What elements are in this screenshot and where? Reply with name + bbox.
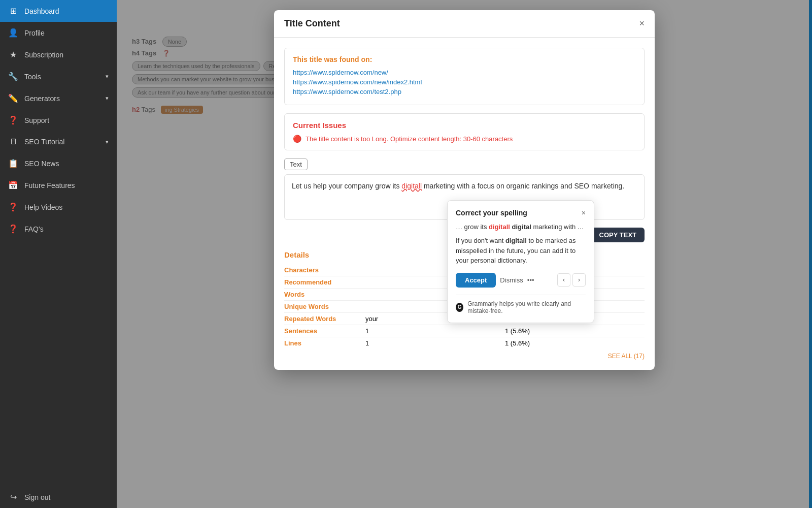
sidebar-item-label: FAQ's (24, 225, 44, 233)
chevron-down-icon: ▾ (106, 95, 109, 102)
sidebar-item-future-features[interactable]: 📅 Future Features (0, 174, 117, 196)
chevron-down-icon: ▾ (106, 73, 109, 80)
main-content: Diagnosing performance issues h3 Tags No… (117, 0, 812, 508)
prev-button[interactable]: ‹ (557, 273, 570, 287)
sidebar-item-profile[interactable]: 👤 Profile (0, 22, 117, 44)
sidebar-item-generators[interactable]: ✏️ Generators ▾ (0, 87, 117, 109)
editor-text-after: marketing with a focus on organic rankin… (422, 182, 624, 190)
issues-title: Current Issues (293, 121, 636, 130)
sidebar-item-tools[interactable]: 🔧 Tools ▾ (0, 66, 117, 87)
seo-news-icon: 📋 (8, 158, 18, 168)
spelling-close-button[interactable]: × (582, 209, 586, 217)
sign-out-button[interactable]: ↪ Sign out (0, 486, 117, 508)
star-icon: ★ (8, 50, 18, 59)
future-icon: 📅 (8, 180, 18, 190)
grammarly-logo: G (456, 303, 463, 312)
sidebar-item-subscription[interactable]: ★ Subscription (0, 44, 117, 66)
editor-text-before: Let us help your company grow its (292, 182, 401, 190)
found-link-1[interactable]: https://www.spidernow.com/new/ (293, 69, 636, 76)
modal-close-button[interactable]: × (639, 18, 645, 29)
found-on-title: This title was found on: (293, 55, 636, 64)
see-all-button[interactable]: SEE ALL (17) (608, 353, 645, 360)
spelling-popup: Correct your spelling × … grow its digit… (447, 200, 594, 323)
dashboard-icon: ⊞ (8, 6, 18, 16)
sign-out-label: Sign out (24, 493, 50, 501)
spelling-note: If you don't want digitall to be marked … (456, 236, 586, 266)
modal-title: Title Content (284, 18, 340, 29)
next-button[interactable]: › (572, 273, 586, 287)
sidebar-item-label: Generators (24, 94, 60, 103)
help-icon: ❓ (8, 202, 18, 212)
seo-tutorial-icon: 🖥 (8, 137, 18, 146)
error-icon: 🔴 (293, 135, 301, 143)
modal-header: Title Content × (274, 10, 655, 38)
tools-icon: 🔧 (8, 72, 18, 81)
dismiss-button[interactable]: Dismiss (500, 276, 523, 284)
col-pct: 1 (5.6%) (505, 327, 645, 335)
sidebar-item-label: Future Features (24, 181, 75, 189)
sidebar-item-support[interactable]: ❓ Support (0, 109, 117, 131)
generators-icon: ✏️ (8, 93, 18, 103)
spelling-header: Correct your spelling × (456, 209, 586, 217)
modal-overlay: Title Content × This title was found on:… (117, 0, 812, 508)
sidebar-item-faqs[interactable]: ❓ FAQ's (0, 218, 117, 240)
col-label: Words (284, 291, 365, 298)
sidebar-item-label: SEO News (24, 160, 59, 168)
col-label: Repeated Words (284, 315, 365, 323)
sidebar-item-label: Dashboard (24, 7, 59, 15)
text-label-button[interactable]: Text (284, 158, 308, 170)
sidebar-item-dashboard[interactable]: ⊞ Dashboard (0, 0, 117, 22)
col-label: Lines (284, 339, 365, 347)
sidebar-item-label: Subscription (24, 51, 63, 59)
spelling-title: Correct your spelling (456, 209, 527, 217)
accept-button[interactable]: Accept (456, 273, 496, 288)
spelling-footer: G Grammarly helps you write clearly and … (456, 295, 586, 314)
sidebar-item-label: Profile (24, 29, 45, 37)
sidebar-item-seo-tutorial[interactable]: 🖥 SEO Tutorial ▾ (0, 131, 117, 152)
spelling-nav: ‹ › (557, 273, 586, 287)
sidebar-item-help-videos[interactable]: ❓ Help Videos (0, 196, 117, 218)
wrong-word: digitall (489, 223, 510, 231)
more-button[interactable]: ••• (527, 276, 534, 284)
profile-icon: 👤 (8, 28, 18, 38)
col-label: Characters (284, 266, 365, 274)
sidebar-item-label: Help Videos (24, 203, 62, 211)
misspelled-word: digitall (401, 182, 422, 190)
support-icon: ❓ (8, 115, 18, 125)
found-link-3[interactable]: https://www.spidernow.com/test2.php (293, 88, 636, 96)
correct-word: digital (512, 223, 531, 231)
sidebar-item-label: Support (24, 116, 49, 124)
spelling-actions: Accept Dismiss ••• ‹ › (456, 273, 586, 288)
sidebar: ⊞ Dashboard 👤 Profile ★ Subscription 🔧 T… (0, 0, 117, 508)
col-pct: 1 (5.6%) (505, 339, 645, 347)
col-label: Sentences (284, 327, 365, 335)
spelling-footer-text: Grammarly helps you write clearly and mi… (467, 300, 586, 314)
current-issues-section: Current Issues 🔴 The title content is to… (284, 113, 645, 150)
found-on-section: This title was found on: https://www.spi… (284, 48, 645, 105)
faq-icon: ❓ (8, 224, 18, 234)
chevron-down-icon: ▾ (106, 139, 109, 145)
col-value: 1 (365, 339, 505, 347)
text-editor[interactable]: Let us help your company grow its digita… (284, 174, 645, 220)
modal-body: This title was found on: https://www.spi… (274, 38, 655, 370)
copy-text-button[interactable]: COPY TEXT (591, 228, 645, 242)
sidebar-item-seo-news[interactable]: 📋 SEO News (0, 152, 117, 174)
sidebar-item-label: SEO Tutorial (24, 138, 64, 146)
sidebar-item-label: Tools (24, 73, 41, 81)
issue-item: 🔴 The title content is too Long. Optimiz… (293, 135, 636, 143)
signout-icon: ↪ (8, 492, 18, 502)
col-value: 1 (365, 327, 505, 335)
found-link-2[interactable]: https://www.spidernow.com/new/index2.htm… (293, 78, 636, 86)
spelling-context: … grow its digitall digital marketing wi… (456, 223, 586, 231)
issue-text: The title content is too Long. Optimize … (306, 135, 513, 143)
title-content-modal: Title Content × This title was found on:… (274, 10, 655, 370)
col-label: Unique Words (284, 303, 365, 310)
col-label: Recommended (284, 278, 365, 286)
